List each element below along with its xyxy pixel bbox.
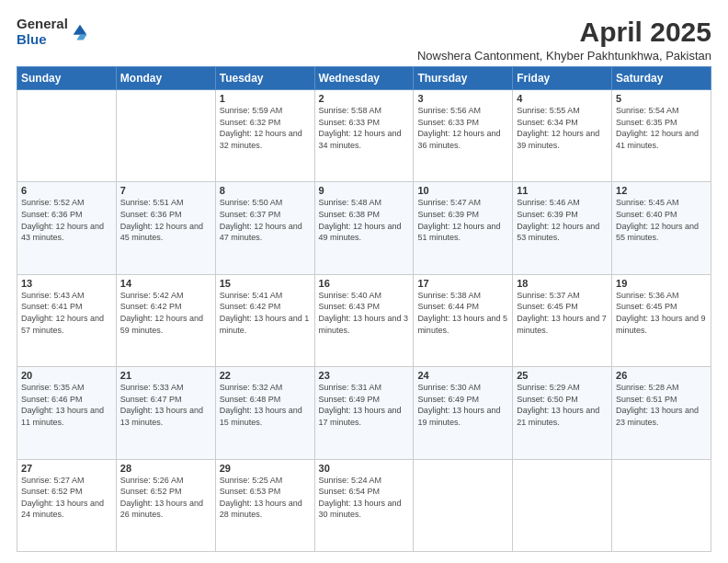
day-info: Sunrise: 5:36 AMSunset: 6:45 PMDaylight:… — [616, 290, 707, 336]
day-number: 24 — [417, 370, 508, 381]
day-info: Sunrise: 5:50 AMSunset: 6:37 PMDaylight:… — [220, 197, 311, 243]
calendar-header-row: Sunday Monday Tuesday Wednesday Thursday… — [17, 67, 711, 90]
main-title: April 2025 — [417, 17, 711, 48]
calendar-cell-w1-d6: 4Sunrise: 5:55 AMSunset: 6:34 PMDaylight… — [513, 90, 612, 182]
calendar-cell-w1-d7: 5Sunrise: 5:54 AMSunset: 6:35 PMDaylight… — [612, 90, 711, 182]
col-tuesday: Tuesday — [215, 67, 314, 90]
day-info: Sunrise: 5:35 AMSunset: 6:46 PMDaylight:… — [21, 382, 112, 428]
day-info: Sunrise: 5:59 AMSunset: 6:32 PMDaylight:… — [220, 105, 311, 151]
calendar-cell-w1-d3: 1Sunrise: 5:59 AMSunset: 6:32 PMDaylight… — [215, 90, 314, 182]
header: General Blue April 2025 Nowshera Cantonm… — [17, 17, 711, 63]
day-number: 18 — [517, 278, 608, 289]
calendar-week-2: 6Sunrise: 5:52 AMSunset: 6:36 PMDaylight… — [17, 182, 711, 274]
col-thursday: Thursday — [414, 67, 513, 90]
day-info: Sunrise: 5:32 AMSunset: 6:48 PMDaylight:… — [220, 382, 311, 428]
day-number: 11 — [517, 185, 608, 196]
day-number: 22 — [220, 370, 311, 381]
logo-blue: Blue — [17, 32, 68, 48]
day-info: Sunrise: 5:52 AMSunset: 6:36 PMDaylight:… — [21, 197, 112, 243]
title-block: April 2025 Nowshera Cantonment, Khyber P… — [417, 17, 711, 63]
logo: General Blue — [17, 17, 90, 47]
day-info: Sunrise: 5:33 AMSunset: 6:47 PMDaylight:… — [120, 382, 211, 428]
day-info: Sunrise: 5:24 AMSunset: 6:54 PMDaylight:… — [319, 475, 410, 521]
day-number: 23 — [319, 370, 410, 381]
day-number: 27 — [21, 463, 112, 474]
day-info: Sunrise: 5:38 AMSunset: 6:44 PMDaylight:… — [417, 290, 508, 336]
day-number: 10 — [417, 185, 508, 196]
day-info: Sunrise: 5:47 AMSunset: 6:39 PMDaylight:… — [417, 197, 508, 243]
day-info: Sunrise: 5:41 AMSunset: 6:42 PMDaylight:… — [220, 290, 311, 336]
day-info: Sunrise: 5:48 AMSunset: 6:38 PMDaylight:… — [319, 197, 410, 243]
calendar-cell-w2-d1: 6Sunrise: 5:52 AMSunset: 6:36 PMDaylight… — [17, 182, 117, 274]
day-number: 16 — [319, 278, 410, 289]
day-info: Sunrise: 5:31 AMSunset: 6:49 PMDaylight:… — [319, 382, 410, 428]
calendar-cell-w4-d3: 22Sunrise: 5:32 AMSunset: 6:48 PMDayligh… — [215, 367, 314, 459]
calendar-cell-w5-d6 — [513, 459, 612, 551]
calendar-cell-w1-d5: 3Sunrise: 5:56 AMSunset: 6:33 PMDaylight… — [414, 90, 513, 182]
calendar-cell-w3-d2: 14Sunrise: 5:42 AMSunset: 6:42 PMDayligh… — [116, 274, 215, 366]
day-number: 3 — [417, 93, 508, 104]
calendar-cell-w5-d5 — [414, 459, 513, 551]
calendar-cell-w1-d1 — [17, 90, 117, 182]
calendar-body: 1Sunrise: 5:59 AMSunset: 6:32 PMDaylight… — [17, 90, 711, 552]
calendar-week-1: 1Sunrise: 5:59 AMSunset: 6:32 PMDaylight… — [17, 90, 711, 182]
col-sunday: Sunday — [17, 67, 117, 90]
col-monday: Monday — [116, 67, 215, 90]
calendar-cell-w4-d1: 20Sunrise: 5:35 AMSunset: 6:46 PMDayligh… — [17, 367, 117, 459]
calendar-week-3: 13Sunrise: 5:43 AMSunset: 6:41 PMDayligh… — [17, 274, 711, 366]
day-number: 20 — [21, 370, 112, 381]
calendar-cell-w3-d4: 16Sunrise: 5:40 AMSunset: 6:43 PMDayligh… — [314, 274, 414, 366]
logo-general: General — [17, 17, 68, 32]
day-number: 26 — [616, 370, 707, 381]
calendar-week-5: 27Sunrise: 5:27 AMSunset: 6:52 PMDayligh… — [17, 459, 711, 551]
day-info: Sunrise: 5:25 AMSunset: 6:53 PMDaylight:… — [220, 475, 311, 521]
calendar-cell-w4-d2: 21Sunrise: 5:33 AMSunset: 6:47 PMDayligh… — [116, 367, 215, 459]
day-number: 5 — [616, 93, 707, 104]
day-info: Sunrise: 5:56 AMSunset: 6:33 PMDaylight:… — [417, 105, 508, 151]
day-number: 6 — [21, 185, 112, 196]
day-number: 29 — [220, 463, 311, 474]
calendar-cell-w3-d7: 19Sunrise: 5:36 AMSunset: 6:45 PMDayligh… — [612, 274, 711, 366]
day-number: 2 — [319, 93, 410, 104]
day-info: Sunrise: 5:42 AMSunset: 6:42 PMDaylight:… — [120, 290, 211, 336]
day-info: Sunrise: 5:30 AMSunset: 6:49 PMDaylight:… — [417, 382, 508, 428]
day-number: 4 — [517, 93, 608, 104]
day-number: 25 — [517, 370, 608, 381]
calendar-cell-w3-d3: 15Sunrise: 5:41 AMSunset: 6:42 PMDayligh… — [215, 274, 314, 366]
calendar-cell-w5-d2: 28Sunrise: 5:26 AMSunset: 6:52 PMDayligh… — [116, 459, 215, 551]
col-wednesday: Wednesday — [314, 67, 414, 90]
calendar-cell-w5-d3: 29Sunrise: 5:25 AMSunset: 6:53 PMDayligh… — [215, 459, 314, 551]
calendar-cell-w3-d5: 17Sunrise: 5:38 AMSunset: 6:44 PMDayligh… — [414, 274, 513, 366]
day-number: 19 — [616, 278, 707, 289]
day-info: Sunrise: 5:58 AMSunset: 6:33 PMDaylight:… — [319, 105, 410, 151]
day-number: 7 — [120, 185, 211, 196]
calendar-cell-w5-d4: 30Sunrise: 5:24 AMSunset: 6:54 PMDayligh… — [314, 459, 414, 551]
calendar-table: Sunday Monday Tuesday Wednesday Thursday… — [17, 66, 711, 552]
calendar-cell-w2-d2: 7Sunrise: 5:51 AMSunset: 6:36 PMDaylight… — [116, 182, 215, 274]
day-info: Sunrise: 5:27 AMSunset: 6:52 PMDaylight:… — [21, 475, 112, 521]
day-info: Sunrise: 5:43 AMSunset: 6:41 PMDaylight:… — [21, 290, 112, 336]
day-info: Sunrise: 5:55 AMSunset: 6:34 PMDaylight:… — [517, 105, 608, 151]
col-friday: Friday — [513, 67, 612, 90]
logo-text: General Blue — [17, 17, 68, 47]
day-info: Sunrise: 5:37 AMSunset: 6:45 PMDaylight:… — [517, 290, 608, 336]
calendar-cell-w2-d3: 8Sunrise: 5:50 AMSunset: 6:37 PMDaylight… — [215, 182, 314, 274]
calendar-cell-w3-d1: 13Sunrise: 5:43 AMSunset: 6:41 PMDayligh… — [17, 274, 117, 366]
calendar-cell-w2-d7: 12Sunrise: 5:45 AMSunset: 6:40 PMDayligh… — [612, 182, 711, 274]
day-info: Sunrise: 5:45 AMSunset: 6:40 PMDaylight:… — [616, 197, 707, 243]
day-number: 1 — [220, 93, 311, 104]
day-info: Sunrise: 5:54 AMSunset: 6:35 PMDaylight:… — [616, 105, 707, 151]
day-info: Sunrise: 5:46 AMSunset: 6:39 PMDaylight:… — [517, 197, 608, 243]
subtitle: Nowshera Cantonment, Khyber Pakhtunkhwa,… — [417, 49, 711, 63]
day-info: Sunrise: 5:26 AMSunset: 6:52 PMDaylight:… — [120, 475, 211, 521]
day-info: Sunrise: 5:29 AMSunset: 6:50 PMDaylight:… — [517, 382, 608, 428]
day-number: 14 — [120, 278, 211, 289]
day-info: Sunrise: 5:51 AMSunset: 6:36 PMDaylight:… — [120, 197, 211, 243]
day-info: Sunrise: 5:28 AMSunset: 6:51 PMDaylight:… — [616, 382, 707, 428]
day-number: 15 — [220, 278, 311, 289]
day-number: 13 — [21, 278, 112, 289]
calendar-cell-w1-d4: 2Sunrise: 5:58 AMSunset: 6:33 PMDaylight… — [314, 90, 414, 182]
col-saturday: Saturday — [612, 67, 711, 90]
page: General Blue April 2025 Nowshera Cantonm… — [0, 0, 728, 563]
svg-marker-0 — [74, 24, 87, 34]
